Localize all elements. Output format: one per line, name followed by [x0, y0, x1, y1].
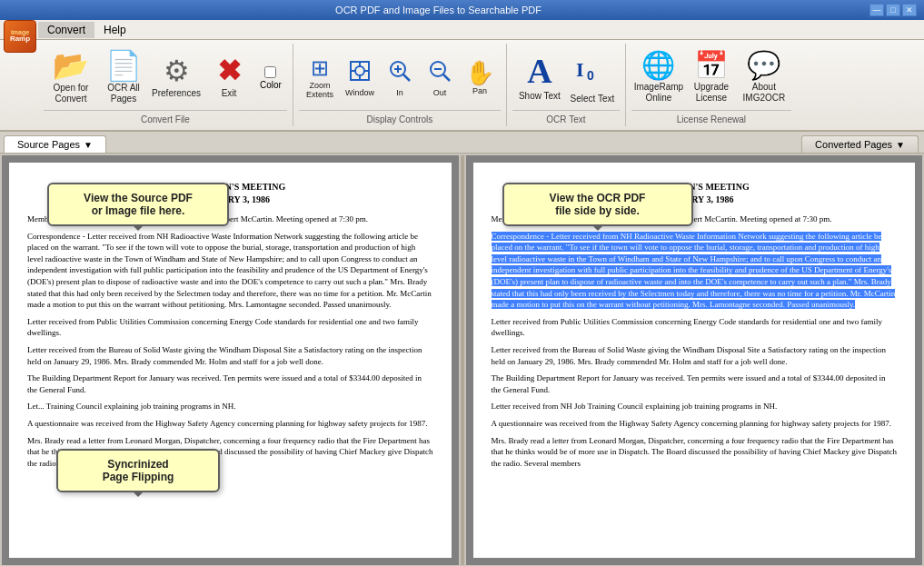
display-buttons: ⊞ ZoomExtents Window	[299, 45, 501, 110]
color-label: Color	[260, 80, 282, 90]
converted-para-7: Mrs. Brady read a letter from Leonard Mo…	[492, 435, 898, 470]
preferences-button[interactable]: ⚙ Preferences	[151, 51, 202, 105]
gear-icon: ⚙	[164, 56, 190, 85]
converted-callout: View the OCR PDFfile side by side.	[502, 183, 693, 226]
title-text: OCR PDF and Image Files to Searchable PD…	[7, 5, 869, 15]
select-text-label: Select Text	[571, 94, 615, 104]
converted-para-6: A questionnaire was received from the Hi…	[492, 418, 898, 430]
imageramp-online-button[interactable]: 🌐 ImageRamp Online	[633, 48, 684, 107]
license-buttons: 🌐 ImageRamp Online 📅 Upgrade License 💬 A…	[631, 45, 791, 110]
zoom-extents-icon: ⊞	[311, 57, 329, 79]
source-pages-tab-label: Source Pages	[17, 139, 80, 150]
zoom-out-icon	[428, 59, 452, 86]
source-para-5: Let... Training Council explaining job t…	[27, 401, 433, 412]
pan-label: Pan	[472, 86, 487, 95]
exit-button[interactable]: ✖ Exit	[204, 51, 254, 105]
svg-text:I: I	[576, 58, 584, 81]
source-callout: View the Source PDFor Image file here.	[47, 183, 229, 226]
about-img2ocr-button[interactable]: 💬 About IMG2OCR	[739, 48, 790, 107]
source-callout-text: View the Source PDFor Image file here.	[84, 192, 193, 217]
upgrade-license-button[interactable]: 📅 Upgrade License	[686, 48, 737, 107]
open-for-convert-button[interactable]: 📂 Open for Convert	[45, 47, 96, 108]
window-controls: — □ ✕	[869, 4, 917, 16]
convert-buttons: 📂 Open for Convert 📄 OCR All Pages ⚙ Pre…	[44, 45, 287, 110]
sync-callout: SyncrinizedPage Flipping	[56, 449, 220, 492]
open-for-convert-label: Open for Convert	[47, 83, 94, 104]
panel-separator	[461, 155, 464, 565]
pan-icon: ✋	[465, 61, 494, 84]
source-para-2: Letter received from Public Utilities Co…	[27, 316, 433, 339]
window-button[interactable]: Window	[341, 51, 379, 105]
toolbar-group-display: ⊞ ZoomExtents Window	[293, 44, 507, 126]
tab-source-pages[interactable]: Source Pages ▼	[4, 135, 106, 153]
sync-callout-text: SyncrinizedPage Flipping	[103, 458, 174, 483]
zoom-in-button[interactable]: In	[381, 51, 419, 105]
globe-icon: 🌐	[641, 52, 675, 79]
ocr-all-pages-button[interactable]: 📄 OCR All Pages	[98, 47, 149, 108]
title-bar: OCR PDF and Image Files to Searchable PD…	[0, 0, 924, 20]
toolbar-group-convert: 📂 Open for Convert 📄 OCR All Pages ⚙ Pre…	[38, 44, 293, 126]
exit-label: Exit	[222, 88, 237, 99]
menu-convert[interactable]: Convert	[38, 22, 94, 38]
show-text-label: Show Text	[519, 91, 561, 102]
tab-area: Source Pages ▼ Converted Pages ▼	[0, 132, 924, 154]
source-tab-arrow: ▼	[84, 140, 93, 150]
exit-icon: ✖	[217, 56, 242, 85]
converted-pages-tab-label: Converted Pages	[815, 139, 892, 150]
ocr-icon: 📄	[105, 51, 142, 80]
svg-text:0: 0	[587, 68, 594, 83]
toolbar-group-license: 🌐 ImageRamp Online 📅 Upgrade License 💬 A…	[626, 44, 797, 126]
main-content: SELECTMEN'S MEETINGFEBRUARY 3, 1986 Memb…	[0, 154, 924, 566]
select-text-icon: I 0	[574, 51, 611, 91]
menu-help[interactable]: Help	[94, 22, 135, 38]
source-para-3: Letter received from the Bureau of Solid…	[27, 344, 433, 367]
upgrade-license-label: Upgrade License	[688, 82, 735, 104]
zoom-extents-label: ZoomExtents	[306, 81, 333, 99]
zoom-out-label: Out	[433, 88, 447, 97]
source-para-1: Correspondence - Letter received from NH…	[27, 231, 433, 311]
about-label: About IMG2OCR	[740, 82, 788, 104]
source-para-4: The Building Department Report for Janua…	[27, 372, 433, 395]
converted-para-4: The Building Department Report for Janua…	[492, 372, 898, 395]
ocr-text-label: OCR Text	[512, 110, 620, 124]
converted-tab-arrow: ▼	[896, 140, 905, 150]
svg-point-1	[355, 66, 364, 75]
ocr-buttons: A Show Text I 0 Select Text	[512, 45, 620, 110]
source-para-6: A questionnaire was received from the Hi…	[27, 418, 433, 430]
converted-para-3: Letter received from the Bureau of Solid…	[492, 344, 898, 367]
converted-panel: SELECTMEN'S MEETINGFEBRUARY 3, 1986 Memb…	[466, 155, 923, 565]
preferences-label: Preferences	[152, 88, 201, 99]
convert-file-label: Convert File	[44, 110, 287, 124]
maximize-button[interactable]: □	[886, 4, 900, 16]
zoom-in-label: In	[396, 88, 403, 97]
converted-para-2: Letter received from Public Utilities Co…	[492, 316, 898, 339]
color-checkbox[interactable]	[264, 66, 276, 78]
select-text-button[interactable]: I 0 Select Text	[567, 47, 618, 108]
converted-para-1: Correspondence - Letter received from NH…	[492, 231, 898, 311]
about-icon: 💬	[747, 52, 780, 79]
close-button[interactable]: ✕	[902, 4, 917, 16]
app-logo: image Ramp	[4, 20, 36, 53]
window-label: Window	[345, 88, 374, 97]
color-checkbox-area: Color	[256, 63, 285, 94]
ocr-all-pages-label: OCR All Pages	[100, 83, 147, 104]
zoom-out-button[interactable]: Out	[421, 51, 459, 105]
show-text-button[interactable]: A Show Text	[514, 50, 565, 105]
menu-bar: Convert Help	[0, 20, 924, 40]
source-panel: SELECTMEN'S MEETINGFEBRUARY 3, 1986 Memb…	[2, 155, 459, 565]
calendar-icon: 📅	[694, 52, 728, 79]
minimize-button[interactable]: —	[869, 4, 884, 16]
show-text-icon: A	[527, 54, 551, 88]
zoom-in-icon	[388, 59, 412, 86]
svg-line-11	[443, 74, 450, 81]
tab-converted-pages[interactable]: Converted Pages ▼	[801, 135, 919, 153]
license-renewal-label: License Renewal	[631, 110, 791, 124]
zoom-extents-button[interactable]: ⊞ ZoomExtents	[301, 51, 339, 105]
svg-line-7	[403, 74, 410, 81]
folder-open-icon: 📂	[53, 51, 89, 80]
imageramp-online-label: ImageRamp Online	[634, 82, 683, 104]
converted-para-5: Letter received from NH Job Training Cou…	[492, 401, 898, 412]
converted-callout-text: View the OCR PDFfile side by side.	[550, 192, 646, 217]
pan-button[interactable]: ✋ Pan	[461, 51, 499, 105]
toolbar: 📂 Open for Convert 📄 OCR All Pages ⚙ Pre…	[0, 40, 924, 132]
